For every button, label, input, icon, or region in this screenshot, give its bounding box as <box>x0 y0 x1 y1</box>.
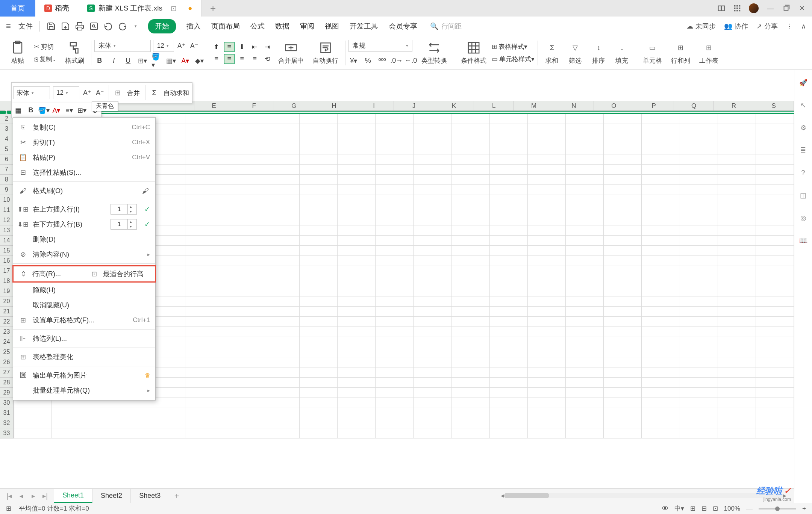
font-grow-icon[interactable]: A⁺ <box>176 41 187 51</box>
search-box[interactable]: 🔍 行间距 <box>430 22 462 31</box>
row-header[interactable]: 13 <box>0 225 14 236</box>
wrap-icon[interactable] <box>318 41 333 55</box>
view-normal-icon[interactable]: ⊞ <box>690 505 695 512</box>
eye-icon[interactable]: 👁 <box>662 505 668 512</box>
sb-rocket-icon[interactable]: 🚀 <box>798 77 809 88</box>
sheet-first[interactable]: |◂ <box>5 491 14 500</box>
col-header[interactable]: P <box>634 101 674 110</box>
ctx-row-height[interactable]: ⇕行高(R)... <box>14 269 84 278</box>
font-color-button[interactable]: A▾ <box>180 56 191 66</box>
row-header[interactable]: 23 <box>0 327 14 337</box>
italic-button[interactable]: I <box>109 56 119 66</box>
ctx-best-height[interactable]: ⊡最适合的行高 <box>84 269 155 278</box>
mini-align[interactable]: ≡▾ <box>63 104 76 117</box>
view-page-icon[interactable]: ⊟ <box>701 505 707 512</box>
col-header[interactable]: H <box>314 101 354 110</box>
ctx-paste[interactable]: 📋粘贴(P)Ctrl+V <box>13 150 155 165</box>
mini-cellshade[interactable]: ▦ <box>12 104 24 117</box>
col-header[interactable]: O <box>594 101 634 110</box>
ctx-filter-col[interactable]: ⊪筛选列(L)... <box>13 331 155 346</box>
undo-icon[interactable] <box>104 22 113 31</box>
mtab-view[interactable]: 视图 <box>325 20 339 33</box>
zoom-slider[interactable] <box>759 508 796 509</box>
dec-dec-button[interactable]: ←.0 <box>406 56 416 66</box>
row-header[interactable]: 19 <box>0 286 14 296</box>
row-header[interactable]: 22 <box>0 317 14 327</box>
col-header[interactable]: I <box>354 101 394 110</box>
ctx-hide[interactable]: 隐藏(H) <box>13 283 155 298</box>
add-sheet-button[interactable]: + <box>169 491 184 501</box>
row-header[interactable]: 17 <box>0 266 14 276</box>
row-header[interactable]: 28 <box>0 378 14 388</box>
indent-inc[interactable]: ⇥ <box>262 42 273 52</box>
maximize-icon[interactable] <box>782 4 790 12</box>
align-right[interactable]: ≡ <box>237 54 247 64</box>
highlight-button[interactable]: ◆▾ <box>194 56 205 66</box>
ctx-unhide[interactable]: 取消隐藏(U) <box>13 298 155 313</box>
col-header[interactable]: R <box>714 101 754 110</box>
cell-shade-button[interactable]: ▦▾ <box>166 56 176 66</box>
mtab-layout[interactable]: 页面布局 <box>211 20 240 33</box>
dec-inc-button[interactable]: .0→ <box>391 56 402 66</box>
avatar[interactable] <box>749 3 759 13</box>
align-bottom[interactable]: ⬇ <box>237 42 247 52</box>
rowcol-icon[interactable]: ⊞ <box>674 41 688 55</box>
indent-dec[interactable]: ⇤ <box>250 42 260 52</box>
merge-label[interactable]: 合并居中 <box>278 56 304 65</box>
tab-home[interactable]: 首页 <box>0 0 35 17</box>
orientation[interactable]: ⟲ <box>262 54 273 64</box>
mini-grow[interactable]: A⁺ <box>81 86 94 99</box>
col-header[interactable]: F <box>234 101 274 110</box>
check-icon[interactable]: ✓ <box>144 205 150 213</box>
font-shrink-icon[interactable]: A⁻ <box>189 41 200 51</box>
more-icon[interactable]: ⋮ <box>786 22 793 30</box>
sort-icon[interactable]: ↕ <box>591 41 606 55</box>
row-header[interactable]: 11 <box>0 205 14 215</box>
hscroll[interactable]: ◂▸ <box>501 493 786 498</box>
zoom-in[interactable]: + <box>802 505 806 512</box>
ctx-paste-special[interactable]: ⊟选择性粘贴(S)... <box>13 165 155 180</box>
align-left[interactable]: ≡ <box>211 54 222 64</box>
row-header[interactable]: 14 <box>0 236 14 246</box>
bold-button[interactable]: B <box>94 56 105 66</box>
mini-font-name[interactable]: 宋体▾ <box>13 86 50 99</box>
row-header[interactable]: 5 <box>0 144 14 154</box>
percent-button[interactable]: % <box>363 56 373 66</box>
ctx-copy[interactable]: ⎘复制(C)Ctrl+C <box>13 120 155 135</box>
mini-border[interactable]: ⊞▾ <box>76 104 88 117</box>
row-header[interactable]: 27 <box>0 367 14 378</box>
mtab-formula[interactable]: 公式 <box>250 20 265 33</box>
sheet-tab-1[interactable]: Sheet1 <box>54 489 92 503</box>
redo-dropdown[interactable]: ▾ <box>135 24 137 29</box>
condfmt-icon[interactable] <box>467 41 481 55</box>
wrap-label[interactable]: 自动换行 <box>313 56 338 65</box>
ctx-export-img[interactable]: 🖼输出单元格为图片♛ <box>13 368 155 383</box>
mini-fillcolor[interactable]: 🪣▾ <box>37 104 50 117</box>
zoom-out[interactable]: — <box>746 505 753 512</box>
row-header[interactable]: 8 <box>0 175 14 185</box>
row-header[interactable]: 3 <box>0 124 14 134</box>
typeconv-icon[interactable] <box>427 41 441 55</box>
share-button[interactable]: ↗ 分享 <box>756 22 778 31</box>
mtab-vip[interactable]: 会员专享 <box>389 20 417 33</box>
row-header[interactable]: 4 <box>0 134 14 144</box>
cell-icon[interactable]: ▭ <box>645 41 660 55</box>
mini-font-size[interactable]: 12▾ <box>53 86 79 99</box>
row-header[interactable]: 15 <box>0 246 14 256</box>
mtab-insert[interactable]: 插入 <box>186 20 201 33</box>
save-icon[interactable] <box>47 22 56 31</box>
row-header[interactable]: 29 <box>0 388 14 398</box>
row-header[interactable]: 31 <box>0 408 14 418</box>
insert-below-spinner[interactable]: ▲▼ <box>111 219 137 230</box>
mini-autosum[interactable]: 自动求和 <box>161 89 192 97</box>
cell-row[interactable] <box>14 408 794 418</box>
row-header[interactable]: 16 <box>0 256 14 266</box>
hamburger-icon[interactable]: ≡ <box>6 21 11 31</box>
window-snap-icon[interactable] <box>717 4 726 12</box>
ctx-insert-below[interactable]: ⬇⊞在下方插入行(B)▲▼✓ <box>13 217 155 232</box>
mini-merge[interactable]: 合并 <box>124 89 143 97</box>
row-header[interactable]: 24 <box>0 337 14 347</box>
sb-layers-icon[interactable]: ≣ <box>798 145 809 156</box>
lang-icon[interactable]: 中▾ <box>674 504 684 513</box>
sheet-prev[interactable]: ◂ <box>17 491 26 500</box>
